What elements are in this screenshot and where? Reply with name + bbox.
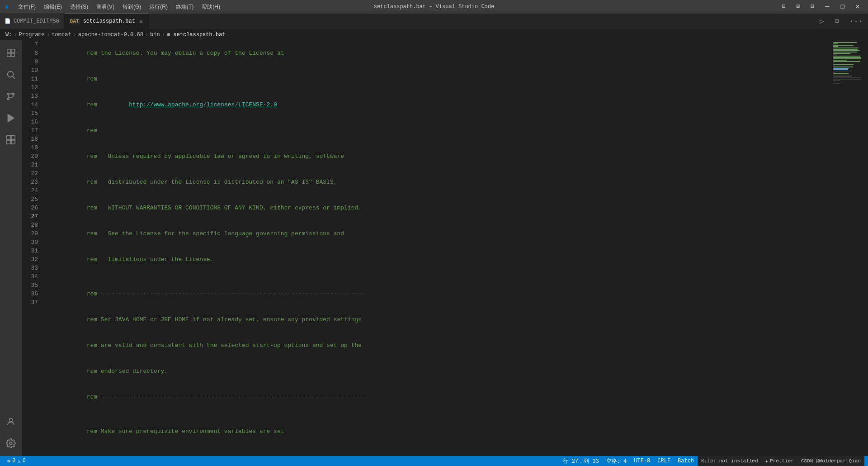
spaces-text: 空格: 4 bbox=[606, 457, 627, 465]
status-kite[interactable]: Kite: not installed bbox=[698, 456, 761, 466]
tab-setclasspath-label: setclasspath.bat bbox=[83, 18, 135, 24]
prettier-icon: ✦ bbox=[765, 458, 769, 464]
activity-search-icon[interactable] bbox=[2, 66, 20, 84]
run-button[interactable]: ▷ bbox=[814, 13, 830, 29]
code-line-19: rem are valid and consistent with the se… bbox=[44, 333, 832, 358]
kite-text: Kite: not installed bbox=[701, 458, 758, 464]
menu-terminal[interactable]: 终端(T) bbox=[172, 2, 197, 12]
activity-bar bbox=[0, 40, 22, 456]
tab-setclasspath[interactable]: BAT setclasspath.bat ✕ bbox=[64, 13, 149, 29]
code-line-24 bbox=[44, 444, 832, 453]
warning-count: 0 bbox=[23, 458, 26, 464]
line-ending-text: CRLF bbox=[657, 458, 670, 464]
status-spaces[interactable]: 空格: 4 bbox=[603, 456, 631, 466]
code-editor[interactable]: 7 8 9 10 11 12 13 14 15 16 17 18 19 20 2… bbox=[22, 40, 868, 456]
activity-extensions-icon[interactable] bbox=[2, 131, 20, 149]
encoding-text: UTF-8 bbox=[634, 458, 650, 464]
code-line-15: rem limitations under the License. bbox=[44, 247, 832, 272]
code-line-20: rem endorsed directory. bbox=[44, 358, 832, 384]
code-line-8: rem bbox=[44, 66, 832, 92]
code-line-16 bbox=[44, 272, 832, 281]
window-minimize-button[interactable]: — bbox=[821, 0, 833, 14]
code-line-22 bbox=[44, 410, 832, 418]
code-line-7: rem the License. You may obtain a copy o… bbox=[44, 40, 832, 66]
svg-rect-6 bbox=[7, 136, 10, 139]
tab-commit-editmsg[interactable]: 📄 COMMIT_EDITMSG bbox=[0, 13, 64, 29]
tab-bat-icon: BAT bbox=[69, 18, 80, 24]
svg-line-1 bbox=[13, 76, 15, 79]
menu-bar: 文件(F) 编辑(E) 选择(S) 查看(V) 转到(G) 运行(R) 终端(T… bbox=[14, 2, 224, 12]
line-numbers: 7 8 9 10 11 12 13 14 15 16 17 18 19 20 2… bbox=[22, 40, 44, 456]
breadcrumb: W: › Programs › tomcat › apache-tomcat-9… bbox=[0, 29, 868, 40]
breadcrumb-file[interactable]: ⊞ setclasspath.bat bbox=[167, 31, 226, 38]
svg-rect-8 bbox=[7, 140, 10, 144]
error-count: 0 bbox=[12, 458, 15, 464]
svg-rect-7 bbox=[11, 136, 15, 139]
activity-explorer-icon[interactable] bbox=[2, 44, 20, 62]
tab-close-button[interactable]: ✕ bbox=[138, 17, 144, 26]
window-close-button[interactable]: ✕ bbox=[852, 0, 863, 14]
split-editor-button[interactable]: ⊟ bbox=[830, 13, 844, 29]
menu-run[interactable]: 运行(R) bbox=[146, 2, 171, 12]
error-icon: ⊗ bbox=[7, 458, 10, 465]
menu-select[interactable]: 选择(S) bbox=[66, 2, 92, 12]
window-split-icon[interactable]: ⊞ bbox=[793, 0, 803, 14]
menu-file[interactable]: 文件(F) bbox=[14, 2, 39, 12]
svg-rect-9 bbox=[11, 140, 15, 144]
svg-point-10 bbox=[9, 418, 12, 422]
breadcrumb-bin[interactable]: bin bbox=[150, 32, 160, 38]
prettier-text: Prettier bbox=[770, 458, 794, 464]
svg-point-11 bbox=[9, 442, 12, 445]
activity-settings-icon[interactable] bbox=[2, 434, 20, 452]
tab-commit-icon: 📄 bbox=[5, 18, 11, 24]
svg-point-2 bbox=[8, 93, 9, 95]
activity-source-control-icon[interactable] bbox=[2, 87, 20, 105]
status-language[interactable]: Batch bbox=[674, 456, 698, 466]
status-bar-left: ⊗ 0 ⚠ 0 bbox=[4, 456, 29, 466]
menu-view[interactable]: 查看(V) bbox=[93, 2, 118, 12]
code-line-18: rem Set JAVA_HOME or JRE_HOME if not alr… bbox=[44, 307, 832, 333]
editor-area: 7 8 9 10 11 12 13 14 15 16 17 18 19 20 2… bbox=[22, 40, 868, 456]
breadcrumb-w[interactable]: W: bbox=[5, 32, 12, 38]
window-title: setclasspath.bat - Visual Studio Code bbox=[374, 4, 494, 10]
minimap[interactable] bbox=[832, 40, 868, 456]
activity-run-icon[interactable] bbox=[2, 109, 20, 127]
status-bar-right: 行 27，列 33 空格: 4 UTF-8 CRLF Batch Kite: n… bbox=[559, 456, 864, 466]
code-line-21: rem ------------------------------------… bbox=[44, 384, 832, 410]
language-text: Batch bbox=[678, 458, 694, 464]
svg-marker-5 bbox=[8, 114, 14, 122]
activity-account-icon[interactable] bbox=[2, 413, 20, 431]
svg-point-0 bbox=[8, 71, 14, 77]
menu-goto[interactable]: 转到(G) bbox=[119, 2, 145, 12]
status-prettier[interactable]: ✦ Prettier bbox=[762, 456, 797, 466]
warning-icon: ⚠ bbox=[17, 458, 20, 465]
window-panels-icon[interactable]: ⊟ bbox=[807, 0, 818, 14]
csdn-text: CSDN @WolderpartQian bbox=[801, 458, 861, 464]
status-line-ending[interactable]: CRLF bbox=[654, 456, 674, 466]
status-bar: ⊗ 0 ⚠ 0 行 27，列 33 空格: 4 UTF-8 CRLF Batch… bbox=[0, 456, 868, 466]
title-bar: ❖ 文件(F) 编辑(E) 选择(S) 查看(V) 转到(G) 运行(R) 终端… bbox=[0, 0, 868, 14]
window-maximize-button[interactable]: ❐ bbox=[837, 0, 849, 14]
tab-commit-label: COMMIT_EDITMSG bbox=[14, 18, 59, 24]
breadcrumb-apache-tomcat[interactable]: apache-tomcat-9.0.68 bbox=[78, 32, 143, 38]
code-line-25: rem In debug mode we need a real JDK (JA… bbox=[44, 453, 832, 456]
menu-edit[interactable]: 编辑(E) bbox=[40, 2, 66, 12]
code-content: 7 8 9 10 11 12 13 14 15 16 17 18 19 20 2… bbox=[22, 40, 868, 456]
menu-help[interactable]: 帮助(H) bbox=[198, 2, 224, 12]
status-position[interactable]: 行 27，列 33 bbox=[559, 456, 602, 466]
status-errors[interactable]: ⊗ 0 ⚠ 0 bbox=[4, 456, 29, 466]
status-encoding[interactable]: UTF-8 bbox=[630, 456, 654, 466]
breadcrumb-programs[interactable]: Programs bbox=[19, 32, 45, 38]
code-line-17: rem ------------------------------------… bbox=[44, 281, 832, 307]
minimap-content bbox=[832, 40, 868, 86]
breadcrumb-tomcat[interactable]: tomcat bbox=[52, 32, 71, 38]
code-line-9: rem http://www.apache.org/licenses/LICEN… bbox=[44, 92, 832, 118]
code-line-23: rem Make sure prerequisite environment v… bbox=[44, 418, 832, 444]
more-actions-button[interactable]: ··· bbox=[844, 13, 868, 29]
main-layout: 7 8 9 10 11 12 13 14 15 16 17 18 19 20 2… bbox=[0, 40, 868, 456]
vscode-logo-icon: ❖ bbox=[5, 2, 9, 11]
status-csdn[interactable]: CSDN @WolderpartQian bbox=[797, 456, 864, 466]
code-line-10: rem bbox=[44, 118, 832, 143]
window-layout-icon[interactable]: ⊟ bbox=[778, 0, 789, 14]
code-body[interactable]: rem the License. You may obtain a copy o… bbox=[44, 40, 832, 456]
